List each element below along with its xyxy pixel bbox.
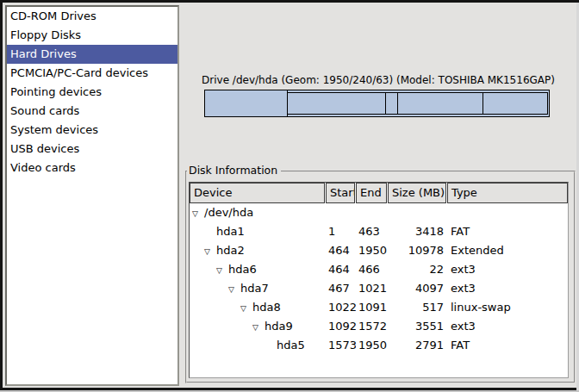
extended-partition-outline <box>287 92 548 115</box>
start-cylinder: 1022 <box>326 298 356 317</box>
hardware-browser-window: CD-ROM DrivesFloppy DisksHard DrivesPCMC… <box>0 0 579 392</box>
column-header-start[interactable]: Start <box>326 183 355 203</box>
start-cylinder: 1 <box>326 222 356 241</box>
device-name: /dev/hda <box>204 206 253 219</box>
end-cylinder: 1950 <box>356 336 388 355</box>
expander-icon[interactable]: ▽ <box>228 280 240 298</box>
device-name: hda9 <box>265 320 293 333</box>
size-mb: 10978 <box>388 241 447 260</box>
table-row-hda8[interactable]: ▽hda8 1022 1091 517 linux-swap <box>190 298 568 317</box>
device-name: hda7 <box>240 282 269 295</box>
size-mb: 2791 <box>388 336 447 355</box>
table-row-hda9[interactable]: ▽hda9 1092 1572 3551 ext3 <box>190 317 568 336</box>
start-cylinder: 1092 <box>326 317 356 336</box>
fs-type <box>447 203 568 222</box>
size-mb: 22 <box>388 260 447 279</box>
column-header-type[interactable]: Type <box>447 183 568 203</box>
device-name: hda6 <box>228 263 257 276</box>
device-category-list: CD-ROM DrivesFloppy DisksHard DrivesPCMC… <box>5 5 179 386</box>
column-header-end[interactable]: End <box>356 183 387 203</box>
end-cylinder: 1572 <box>356 317 388 336</box>
start-cylinder: 467 <box>326 279 356 298</box>
expander-icon[interactable]: ▽ <box>252 318 265 336</box>
size-mb: 3418 <box>388 222 447 241</box>
fs-type: ext3 <box>447 260 568 279</box>
table-row-hda2[interactable]: ▽hda2 464 1950 10978 Extended <box>190 241 568 260</box>
partition-table: DeviceStartEndSize (MB)Type ▽/dev/hda hd… <box>189 182 569 378</box>
sidebar-item-pointing-devices[interactable]: Pointing devices <box>7 83 177 102</box>
drive-title: Drive /dev/hda (Geom: 1950/240/63) (Mode… <box>189 74 568 86</box>
expander-icon[interactable]: ▽ <box>216 261 228 279</box>
sidebar-item-floppy-disks[interactable]: Floppy Disks <box>7 26 177 45</box>
size-mb: 517 <box>388 298 447 317</box>
partition-bar-divider <box>287 93 288 114</box>
drive-partition-bar <box>204 90 550 117</box>
column-header-device[interactable]: Device <box>190 183 325 203</box>
sidebar-item-pcmcia-pc-card-devices[interactable]: PCMCIA/PC-Card devices <box>7 64 177 83</box>
partition-bar-divider <box>397 93 398 114</box>
start-cylinder: 1573 <box>326 336 356 355</box>
end-cylinder: 1091 <box>356 298 388 317</box>
start-cylinder <box>326 203 356 222</box>
partition-bar-divider <box>385 93 386 114</box>
column-header-size-mb-[interactable]: Size (MB) <box>388 183 446 203</box>
sidebar-item-hard-drives[interactable]: Hard Drives <box>7 45 177 64</box>
device-name: hda2 <box>216 244 245 257</box>
table-row--dev-hda[interactable]: ▽/dev/hda <box>190 203 568 222</box>
start-cylinder: 464 <box>326 241 356 260</box>
end-cylinder: 463 <box>356 222 388 241</box>
sidebar-item-video-cards[interactable]: Video cards <box>7 159 177 177</box>
end-cylinder <box>356 203 388 222</box>
expander-icon[interactable]: ▽ <box>192 204 204 222</box>
end-cylinder: 1021 <box>356 279 388 298</box>
table-row-hda7[interactable]: ▽hda7 467 1021 4097 ext3 <box>190 279 568 298</box>
fs-type: ext3 <box>447 279 568 298</box>
partition-table-header: DeviceStartEndSize (MB)Type <box>190 183 568 203</box>
fs-type: FAT <box>447 336 568 355</box>
device-name: hda1 <box>216 225 245 238</box>
fs-type: ext3 <box>447 317 568 336</box>
partition-table-body: ▽/dev/hda hda1 1 463 3418 FAT ▽hda2 464 … <box>190 203 568 355</box>
disk-information-frame-label: Disk Information <box>187 164 281 177</box>
sidebar-item-cd-rom-drives[interactable]: CD-ROM Drives <box>7 7 177 26</box>
expander-icon[interactable]: ▽ <box>204 242 216 260</box>
device-name: hda5 <box>277 339 305 352</box>
fs-type: FAT <box>447 222 568 241</box>
sidebar-item-system-devices[interactable]: System devices <box>7 121 177 140</box>
start-cylinder: 464 <box>326 260 356 279</box>
table-row-hda6[interactable]: ▽hda6 464 466 22 ext3 <box>190 260 568 279</box>
end-cylinder: 1950 <box>356 241 388 260</box>
table-row-hda5[interactable]: hda5 1573 1950 2791 FAT <box>190 336 568 355</box>
table-row-hda1[interactable]: hda1 1 463 3418 FAT <box>190 222 568 241</box>
size-mb <box>388 203 447 222</box>
size-mb: 4097 <box>388 279 447 298</box>
size-mb: 3551 <box>388 317 447 336</box>
partition-bar-divider <box>482 93 483 114</box>
end-cylinder: 466 <box>356 260 388 279</box>
sidebar-item-sound-cards[interactable]: Sound cards <box>7 102 177 121</box>
sidebar-item-usb-devices[interactable]: USB devices <box>7 140 177 159</box>
fs-type: linux-swap <box>447 298 568 317</box>
fs-type: Extended <box>447 241 568 260</box>
expander-icon[interactable]: ▽ <box>240 299 252 317</box>
device-name: hda8 <box>252 301 281 314</box>
